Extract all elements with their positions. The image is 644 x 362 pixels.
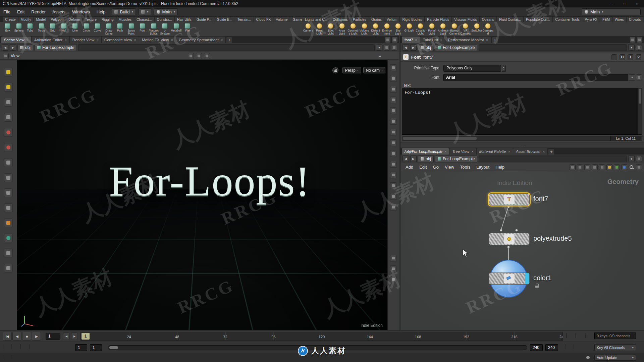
path-node-chip[interactable]: For-LoopExample bbox=[435, 44, 477, 51]
shelf-tool[interactable]: VR Camera bbox=[460, 22, 471, 36]
display-flag[interactable] bbox=[525, 273, 529, 284]
pane-tab[interactable]: Tree View × bbox=[449, 148, 476, 155]
shelf-tool[interactable]: Caustic Light bbox=[415, 22, 426, 36]
network-canvas[interactable]: Indie Edition Geometry T font7 bbox=[400, 171, 644, 330]
key-channels-dropdown[interactable]: Key All Channels ▾ bbox=[594, 344, 636, 351]
transport-button[interactable]: |◀ bbox=[3, 332, 12, 341]
parameter-header-icon[interactable]: H bbox=[620, 54, 625, 60]
close-tab-icon[interactable]: × bbox=[415, 38, 417, 42]
close-tab-icon[interactable]: × bbox=[26, 38, 29, 42]
pane-tab[interactable]: Take List × bbox=[420, 37, 445, 43]
scope-icon[interactable] bbox=[11, 344, 12, 349]
shelf-tab[interactable]: Collisions bbox=[330, 17, 350, 22]
viewport-tool-icon[interactable] bbox=[4, 128, 13, 137]
shelf-tab[interactable]: Volume bbox=[273, 17, 290, 22]
display-option-icon[interactable] bbox=[390, 204, 397, 210]
viewport-tool-icon[interactable] bbox=[4, 98, 13, 107]
close-tab-icon[interactable]: × bbox=[171, 38, 173, 42]
path-dropdown-button[interactable]: ▾ bbox=[628, 44, 635, 51]
shelf-tool[interactable]: Camera bbox=[303, 22, 314, 36]
shelf-tool[interactable]: Stereo Camera bbox=[449, 22, 460, 36]
shelf-tool[interactable]: Box bbox=[2, 22, 13, 36]
pane-tab[interactable]: Motion FX View × bbox=[139, 37, 176, 43]
shelf-tool[interactable]: Path bbox=[114, 22, 126, 36]
menu-item[interactable]: Go bbox=[430, 165, 442, 170]
menu-item[interactable]: Help bbox=[93, 7, 109, 16]
viewport-tool-icon[interactable] bbox=[4, 68, 13, 76]
display-option-icon[interactable] bbox=[390, 255, 397, 261]
shelf-tab[interactable]: Rigid Bodies bbox=[400, 17, 424, 22]
text-param-textarea[interactable]: For-Loops! bbox=[402, 88, 642, 135]
display-option-icon[interactable] bbox=[390, 150, 397, 157]
pane-menu-icon[interactable] bbox=[630, 37, 636, 43]
shelf-tab[interactable]: Pyro FX bbox=[582, 17, 600, 22]
display-option-icon[interactable] bbox=[390, 182, 397, 189]
viewport-tool-icon[interactable] bbox=[4, 158, 13, 167]
close-tab-icon[interactable]: × bbox=[134, 38, 136, 42]
menu-item[interactable]: Windows bbox=[69, 7, 93, 16]
pane-tab[interactable]: Scene View × bbox=[1, 37, 31, 43]
textarea-scrollbar[interactable] bbox=[638, 88, 642, 134]
range-limit-icon[interactable] bbox=[566, 333, 567, 338]
pin-icon[interactable] bbox=[636, 156, 642, 162]
shelf-tab[interactable]: Rigging bbox=[99, 17, 116, 22]
shelf-tab[interactable]: Particle Fluids bbox=[425, 17, 451, 22]
menu-item[interactable]: Edit bbox=[416, 165, 430, 170]
path-dropdown-button[interactable]: ▾ bbox=[376, 44, 382, 51]
grid-view-icon[interactable] bbox=[592, 164, 598, 170]
list-view-icon[interactable] bbox=[584, 164, 590, 170]
next-frame-button[interactable]: ▶ bbox=[71, 333, 78, 340]
display-option-icon[interactable] bbox=[390, 276, 397, 283]
textarea-hscrollbar[interactable] bbox=[402, 136, 642, 141]
shelf-tab[interactable]: Vellum bbox=[384, 17, 400, 22]
shelf-tab[interactable]: Container Tools bbox=[553, 17, 582, 22]
shelf-tool[interactable]: Sky Light bbox=[392, 22, 404, 36]
shelf-tool[interactable]: Volume Light bbox=[359, 22, 370, 36]
shelf-tool[interactable]: Switcher bbox=[471, 22, 483, 36]
shelf-tool[interactable]: Curve bbox=[92, 22, 103, 36]
parameter-header-icon[interactable]: i bbox=[628, 54, 633, 60]
add-pane-tab-button[interactable]: + bbox=[548, 149, 554, 155]
shelf-tool[interactable]: File bbox=[182, 22, 193, 36]
shelf-tool[interactable]: Sphere bbox=[13, 22, 25, 36]
shelf-tab[interactable]: Constra... bbox=[155, 17, 175, 22]
auto-update-dropdown[interactable]: Auto Update ▾ bbox=[594, 355, 636, 361]
node-polyextrude5[interactable] bbox=[489, 233, 530, 245]
main-take-dropdown[interactable]: Main ▾ bbox=[154, 8, 178, 15]
close-tab-icon[interactable]: × bbox=[486, 38, 488, 42]
tool-context-icon[interactable] bbox=[3, 53, 9, 59]
transport-button[interactable]: ■ bbox=[22, 332, 31, 341]
shelf-tool[interactable]: Environment Light bbox=[381, 22, 393, 36]
path-dropdown-button[interactable]: ▾ bbox=[628, 156, 635, 162]
viewport-tool-icon[interactable] bbox=[4, 219, 13, 227]
cut-wires-icon[interactable] bbox=[570, 164, 576, 170]
back-button[interactable]: ◀ bbox=[402, 156, 409, 162]
loop-mode-icon[interactable] bbox=[29, 344, 30, 349]
pin-icon[interactable] bbox=[384, 45, 390, 51]
message-log-icon[interactable] bbox=[3, 354, 3, 360]
shelf-tool[interactable]: Font bbox=[137, 22, 148, 36]
shelf-tool[interactable]: Geometry Light bbox=[347, 22, 359, 36]
window-control-button[interactable]: ─ bbox=[607, 1, 619, 7]
pane-split-icon[interactable] bbox=[392, 37, 398, 43]
range-lock-icon[interactable] bbox=[575, 333, 576, 338]
shelf-tab[interactable]: FEM bbox=[600, 17, 612, 22]
shelf-tool[interactable]: Platonic Solids bbox=[148, 22, 160, 36]
subframe-icon[interactable] bbox=[574, 344, 574, 349]
display-option-icon[interactable] bbox=[390, 139, 397, 146]
badge-visibility-icon[interactable] bbox=[606, 164, 612, 170]
prev-frame-button[interactable]: ◀ bbox=[63, 333, 70, 340]
add-pane-tab-button[interactable]: + bbox=[226, 37, 232, 43]
shelf-tool[interactable]: Line bbox=[69, 22, 81, 36]
parameter-header-icon[interactable] bbox=[611, 54, 617, 60]
close-tab-icon[interactable]: × bbox=[508, 149, 510, 154]
display-option-icon[interactable] bbox=[390, 75, 397, 82]
transport-button[interactable]: ▶ bbox=[32, 332, 41, 341]
display-option-icon[interactable] bbox=[390, 161, 397, 168]
window-control-button[interactable]: □ bbox=[619, 1, 631, 7]
pane-splitter-handle[interactable]: ⋯⋯ bbox=[400, 142, 644, 148]
shelf-tool[interactable]: Point Light bbox=[314, 22, 325, 36]
menu-item[interactable]: Help bbox=[492, 165, 507, 170]
close-tab-icon[interactable]: × bbox=[471, 149, 473, 154]
shelf-tool[interactable]: Grid bbox=[47, 22, 58, 36]
